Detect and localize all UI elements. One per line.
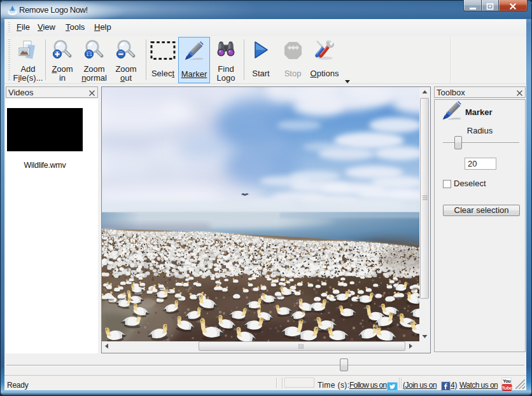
svg-text:You: You bbox=[503, 378, 510, 384]
svg-text:Tube: Tube bbox=[501, 385, 512, 391]
svg-text:1:1: 1:1 bbox=[86, 52, 92, 57]
